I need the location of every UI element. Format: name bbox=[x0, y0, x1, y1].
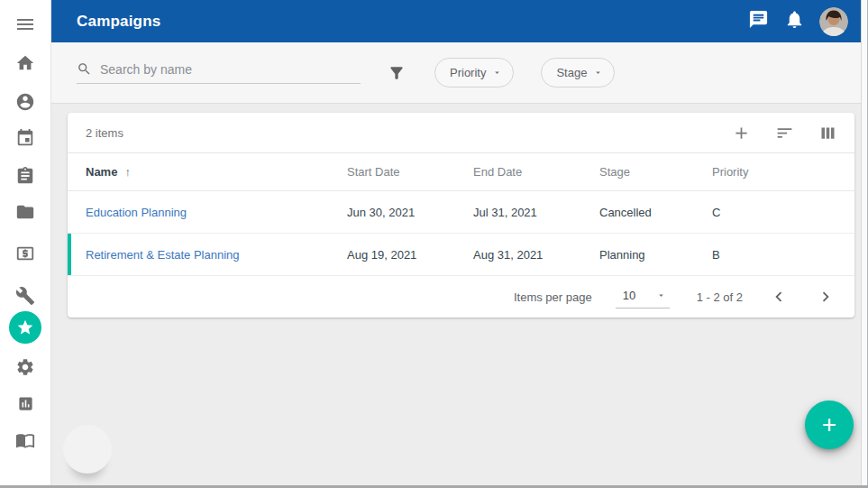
home-icon[interactable] bbox=[14, 52, 36, 74]
columns-icon bbox=[818, 124, 837, 143]
page-title: Campaigns bbox=[77, 13, 740, 31]
plus-icon: + bbox=[822, 412, 836, 437]
column-header-name-label: Name bbox=[86, 165, 117, 179]
clipboard-icon[interactable] bbox=[14, 165, 36, 187]
next-page-button[interactable] bbox=[815, 286, 836, 308]
table-row: Retirement & Estate Planning Aug 19, 202… bbox=[68, 234, 854, 276]
notifications-button[interactable] bbox=[776, 4, 812, 40]
chevron-left-icon bbox=[769, 287, 789, 307]
hamburger-menu-icon[interactable] bbox=[14, 14, 36, 35]
end-date-cell: Aug 31, 2021 bbox=[473, 248, 599, 262]
table-header-row: Name ↑ Start Date End Date Stage Priorit… bbox=[68, 153, 854, 191]
add-row-button[interactable] bbox=[728, 120, 754, 145]
pagination-bar: Items per page 10 1 - 2 of 2 bbox=[68, 276, 854, 318]
bell-icon bbox=[784, 9, 805, 33]
sort-lines-icon bbox=[775, 124, 794, 143]
avatar[interactable] bbox=[819, 7, 848, 36]
table-row: Education Planning Jun 30, 2021 Jul 31, … bbox=[68, 191, 854, 234]
priority-cell: C bbox=[712, 206, 836, 219]
sidebar bbox=[0, 0, 51, 488]
campaigns-table-card: 2 items Name ↑ Start Date End Date Stage… bbox=[68, 113, 854, 318]
ghost-circle bbox=[63, 425, 112, 474]
sort-button[interactable] bbox=[772, 120, 797, 145]
funnel-icon bbox=[388, 64, 406, 82]
chevron-down-icon bbox=[593, 68, 603, 78]
book-icon[interactable] bbox=[14, 429, 36, 451]
column-header-priority[interactable]: Priority bbox=[712, 165, 836, 179]
vertical-scrollbar-track[interactable] bbox=[861, 0, 868, 488]
column-header-stage[interactable]: Stage bbox=[599, 165, 712, 179]
column-header-start-date[interactable]: Start Date bbox=[347, 165, 473, 179]
chat-icon bbox=[748, 9, 769, 33]
sort-ascending-icon: ↑ bbox=[124, 165, 131, 179]
gear-icon[interactable] bbox=[14, 356, 36, 378]
chevron-down-icon bbox=[656, 290, 666, 300]
items-per-page-label: Items per page bbox=[514, 290, 592, 304]
bar-chart-icon[interactable] bbox=[14, 392, 36, 414]
items-count: 2 items bbox=[86, 126, 710, 140]
priority-filter-chip[interactable]: Priority bbox=[434, 58, 514, 87]
columns-button[interactable] bbox=[815, 120, 840, 145]
wrench-icon[interactable] bbox=[14, 285, 36, 307]
search-input[interactable] bbox=[100, 62, 361, 77]
filter-button[interactable] bbox=[386, 62, 407, 84]
stage-cell: Planning bbox=[599, 248, 712, 262]
prev-page-button[interactable] bbox=[768, 286, 790, 308]
add-campaign-fab[interactable]: + bbox=[805, 401, 854, 449]
priority-chip-label: Priority bbox=[450, 66, 486, 79]
search-field[interactable] bbox=[77, 61, 361, 84]
start-date-cell: Aug 19, 2021 bbox=[347, 248, 473, 262]
person-icon[interactable] bbox=[14, 91, 36, 113]
page-size-select[interactable]: 10 bbox=[616, 286, 670, 308]
folder-icon[interactable] bbox=[14, 201, 36, 223]
chevron-down-icon bbox=[492, 68, 502, 78]
calendar-icon[interactable] bbox=[14, 127, 36, 149]
plus-icon bbox=[732, 124, 751, 143]
main-content: Campaigns Prior bbox=[51, 0, 861, 485]
priority-cell: B bbox=[712, 248, 836, 262]
chevron-right-icon bbox=[816, 287, 836, 307]
table-toolbar: 2 items bbox=[68, 113, 854, 153]
stage-filter-chip[interactable]: Stage bbox=[541, 58, 615, 87]
app-bar: Campaigns bbox=[51, 0, 861, 42]
search-icon bbox=[77, 61, 92, 77]
stage-cell: Cancelled bbox=[599, 206, 712, 219]
campaign-name-link[interactable]: Education Planning bbox=[86, 206, 187, 219]
column-header-name[interactable]: Name ↑ bbox=[86, 165, 347, 179]
chat-button[interactable] bbox=[740, 4, 776, 40]
column-header-end-date[interactable]: End Date bbox=[473, 165, 599, 179]
campaign-name-link[interactable]: Retirement & Estate Planning bbox=[86, 248, 240, 262]
dollar-icon[interactable] bbox=[14, 243, 36, 264]
stage-chip-label: Stage bbox=[556, 66, 587, 79]
page-range-label: 1 - 2 of 2 bbox=[697, 290, 743, 304]
filter-bar: Priority Stage bbox=[51, 42, 861, 104]
star-icon[interactable] bbox=[9, 311, 41, 344]
page-size-value: 10 bbox=[623, 289, 635, 302]
start-date-cell: Jun 30, 2021 bbox=[347, 206, 473, 219]
end-date-cell: Jul 31, 2021 bbox=[473, 206, 599, 219]
